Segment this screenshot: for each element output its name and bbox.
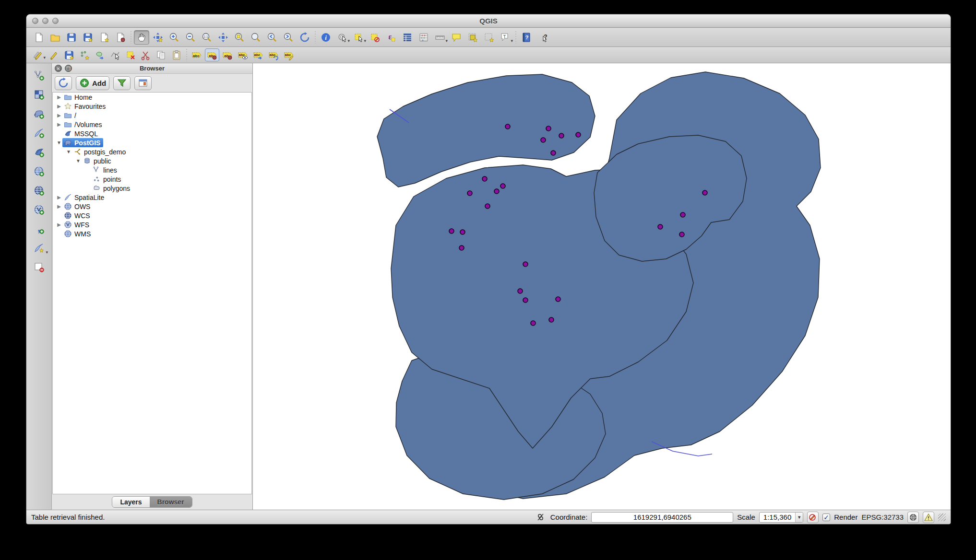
show-hide-labels-button[interactable]: abc xyxy=(236,48,250,61)
new-bookmark-button[interactable] xyxy=(465,30,480,45)
zoom-next-button[interactable] xyxy=(281,30,296,45)
composer-manager-button[interactable] xyxy=(113,30,128,45)
tree-item-mssql[interactable]: MSSQL xyxy=(53,129,251,138)
attribute-table-button[interactable] xyxy=(400,30,415,45)
tab-browser[interactable]: Browser xyxy=(150,497,192,507)
dropdown-arrow-icon[interactable]: ▾ xyxy=(445,38,448,43)
cut-features-button[interactable] xyxy=(139,48,153,61)
zoom-full-button[interactable] xyxy=(215,30,231,45)
expand-arrow-icon[interactable]: ▶ xyxy=(56,122,62,127)
save-project-as-button[interactable] xyxy=(80,30,95,45)
tree-item-postgis-demo[interactable]: ▼postgis_demo xyxy=(53,147,251,156)
move-label-button[interactable]: abc xyxy=(251,48,265,61)
add-wcs-layer-button[interactable] xyxy=(30,182,48,198)
zoom-last-button[interactable] xyxy=(264,30,280,45)
add-feature-button[interactable] xyxy=(77,48,92,61)
tree-item-wfs[interactable]: ▶WFS xyxy=(53,220,251,229)
pan-to-selection-button[interactable] xyxy=(150,30,166,45)
tree-item-points[interactable]: points xyxy=(53,175,251,184)
zoom-to-selection-button[interactable] xyxy=(232,30,247,45)
add-wfs-layer-button[interactable] xyxy=(30,201,48,218)
deselect-features-button[interactable] xyxy=(367,30,382,45)
tracking-icon[interactable] xyxy=(535,512,547,523)
stop-render-icon[interactable] xyxy=(807,512,819,523)
zoom-in-button[interactable] xyxy=(167,30,182,45)
highlight-pinned-labels-button[interactable]: ab xyxy=(220,48,235,61)
tree-item-polygons[interactable]: polygons xyxy=(53,184,251,193)
panel-float-icon[interactable]: ❐ xyxy=(65,65,72,72)
delete-selected-button[interactable] xyxy=(123,48,138,61)
rotate-label-button[interactable]: abc xyxy=(266,48,281,61)
tree-item-wcs[interactable]: WCS xyxy=(53,211,251,220)
add-mssql-layer-button[interactable] xyxy=(30,144,48,160)
tree-item-spatialite[interactable]: ▶SpatiaLite xyxy=(53,193,251,202)
new-shapefile-button[interactable]: ▾ xyxy=(30,240,48,256)
expand-arrow-icon[interactable]: ▶ xyxy=(56,222,62,227)
save-layer-edits-button[interactable] xyxy=(62,48,76,61)
message-log-icon[interactable] xyxy=(923,512,934,523)
filter-button[interactable] xyxy=(113,76,131,90)
show-bookmarks-button[interactable] xyxy=(481,30,497,45)
expand-arrow-icon[interactable]: ▶ xyxy=(56,104,62,109)
collapse-arrow-icon[interactable]: ▼ xyxy=(56,140,62,145)
zoom-to-layer-button[interactable] xyxy=(248,30,263,45)
dropdown-arrow-icon[interactable]: ▾ xyxy=(43,55,46,60)
tree-item-home[interactable]: ▶Home xyxy=(53,93,251,102)
titlebar[interactable]: QGIS xyxy=(26,14,951,28)
save-project-button[interactable] xyxy=(64,30,79,45)
crs-status-icon[interactable] xyxy=(907,512,919,523)
text-annotation-button[interactable]: T▾ xyxy=(498,30,513,45)
paste-features-button[interactable] xyxy=(169,48,184,61)
tree-item-lines[interactable]: lines xyxy=(53,165,251,175)
move-feature-button[interactable] xyxy=(93,48,107,61)
tree-item-postgis[interactable]: ▼PostGIS xyxy=(53,138,251,147)
add-wms-layer-button[interactable] xyxy=(30,163,48,179)
dropdown-arrow-icon[interactable]: ▾ xyxy=(364,38,366,43)
zoom-native-button[interactable]: 1:1 xyxy=(199,30,214,45)
zoom-out-button[interactable] xyxy=(183,30,198,45)
zoom-window-button[interactable] xyxy=(52,18,59,24)
add-delimited-text-button[interactable]: , xyxy=(30,221,48,237)
tree-item-ows[interactable]: ▶OWS xyxy=(53,202,251,211)
add-spatialite-layer-button[interactable] xyxy=(30,125,48,141)
current-edits-button[interactable]: ▾ xyxy=(31,48,46,61)
dropdown-arrow-icon[interactable]: ▾ xyxy=(511,38,513,43)
new-project-button[interactable] xyxy=(31,30,47,45)
node-tool-button[interactable] xyxy=(108,48,122,61)
tree-item-public[interactable]: ▼public xyxy=(53,156,251,165)
pin-labels-button[interactable]: ab xyxy=(205,48,219,61)
measure-button[interactable]: ▾ xyxy=(432,30,448,45)
tab-layers[interactable]: Layers xyxy=(112,497,149,507)
coordinate-input[interactable] xyxy=(591,512,733,523)
close-window-button[interactable] xyxy=(32,18,38,24)
tree-item-[interactable]: ▶/ xyxy=(53,111,251,120)
map-refresh-button[interactable] xyxy=(297,30,312,45)
select-features-button[interactable]: ▾ xyxy=(351,30,366,45)
toggle-editing-button[interactable] xyxy=(47,48,61,61)
tree-item-volumes[interactable]: ▶/Volumes xyxy=(53,120,251,129)
map-canvas[interactable] xyxy=(253,63,951,510)
collapse-arrow-icon[interactable]: ▼ xyxy=(75,158,82,163)
new-composer-button[interactable] xyxy=(96,30,112,45)
add-raster-layer-button[interactable] xyxy=(30,86,48,103)
open-project-button[interactable] xyxy=(48,30,63,45)
whats-this-button[interactable]: ? xyxy=(535,30,550,45)
tree-item-wms[interactable]: WMS xyxy=(53,229,251,238)
select-by-expression-button[interactable]: ε xyxy=(383,30,399,45)
tree-item-favourites[interactable]: ▶Favourites xyxy=(53,102,251,111)
scale-combo[interactable]: 1:15,360 ▼ xyxy=(759,512,803,523)
identify-button[interactable]: i xyxy=(318,30,333,45)
expand-arrow-icon[interactable]: ▶ xyxy=(56,94,62,100)
feature-action-button[interactable]: ▾ xyxy=(334,30,350,45)
change-label-button[interactable]: abc xyxy=(282,48,296,61)
refresh-button[interactable] xyxy=(55,76,72,90)
pan-map-button[interactable] xyxy=(134,30,149,45)
labeling-button[interactable]: abc xyxy=(190,48,204,61)
scale-dropdown-icon[interactable]: ▼ xyxy=(795,513,803,522)
field-calculator-button[interactable] xyxy=(416,30,431,45)
copy-features-button[interactable] xyxy=(154,48,168,61)
help-button[interactable]: ? xyxy=(519,30,534,45)
collapse-arrow-icon[interactable]: ▼ xyxy=(65,149,72,154)
expand-arrow-icon[interactable]: ▶ xyxy=(56,113,62,118)
add-postgis-layer-button[interactable] xyxy=(30,105,48,122)
